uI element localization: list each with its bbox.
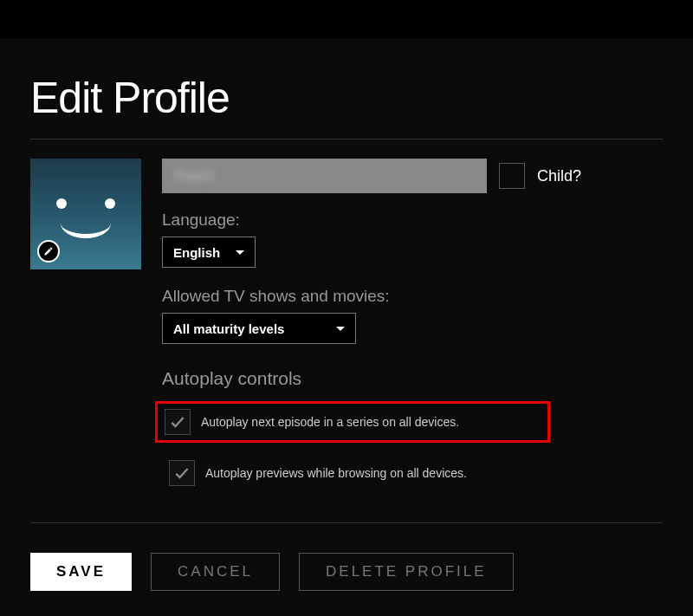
chevron-down-icon	[336, 327, 345, 331]
save-button[interactable]: SAVE	[30, 553, 132, 591]
bottom-divider	[30, 522, 663, 523]
edit-avatar-button[interactable]	[37, 240, 60, 263]
checkmark-icon	[169, 413, 186, 431]
child-label: Child?	[537, 167, 581, 185]
language-selected: English	[173, 245, 220, 260]
maturity-selected: All maturity levels	[173, 321, 284, 336]
autoplay-heading: Autoplay controls	[162, 368, 663, 389]
avatar-mouth	[61, 214, 111, 238]
autoplay-next-episode-row: Autoplay next episode in a series on all…	[155, 401, 550, 443]
name-row: Rashi Child?	[162, 159, 663, 193]
form-column: Rashi Child? Language: English Allowed T…	[162, 159, 663, 503]
edit-profile-container: Edit Profile Rashi Child? Language:	[0, 38, 693, 591]
maturity-label: Allowed TV shows and movies:	[162, 287, 663, 306]
pencil-icon	[43, 246, 54, 256]
cancel-button[interactable]: CANCEL	[151, 553, 280, 591]
avatar-eye-left	[56, 198, 67, 209]
autoplay-previews-label: Autoplay previews while browsing on all …	[205, 466, 467, 480]
profile-name-value: Rashi	[174, 167, 214, 185]
avatar-eye-right	[105, 198, 115, 209]
profile-row: Rashi Child? Language: English Allowed T…	[30, 159, 663, 503]
title-divider	[30, 139, 663, 139]
child-checkbox[interactable]	[499, 163, 525, 189]
maturity-select[interactable]: All maturity levels	[162, 313, 356, 344]
autoplay-next-episode-label: Autoplay next episode in a series on all…	[201, 415, 459, 429]
checkmark-icon	[173, 464, 191, 482]
delete-profile-button[interactable]: DELETE PROFILE	[299, 553, 514, 591]
page-title: Edit Profile	[30, 73, 663, 123]
language-label: Language:	[162, 211, 663, 230]
top-bar	[0, 0, 693, 38]
language-select[interactable]: English	[162, 237, 256, 268]
chevron-down-icon	[236, 250, 244, 255]
autoplay-previews-checkbox[interactable]	[169, 460, 195, 486]
autoplay-next-episode-checkbox[interactable]	[165, 409, 191, 435]
autoplay-previews-row: Autoplay previews while browsing on all …	[162, 455, 663, 491]
avatar-wrap	[30, 159, 141, 269]
profile-name-input[interactable]: Rashi	[162, 159, 487, 193]
action-buttons: SAVE CANCEL DELETE PROFILE	[30, 553, 663, 591]
